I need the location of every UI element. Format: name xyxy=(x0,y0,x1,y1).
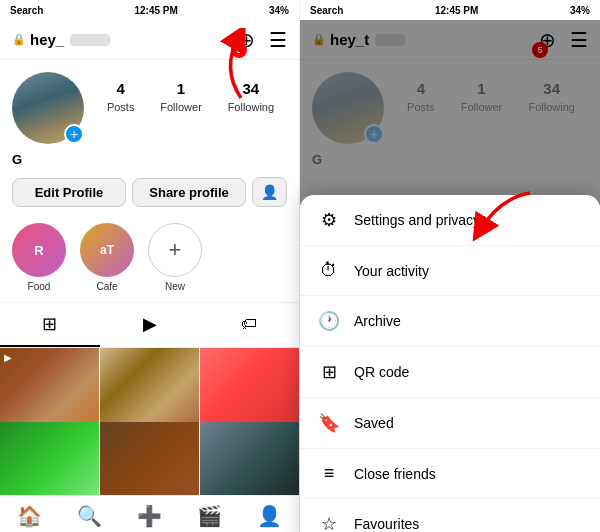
photo-cell-4[interactable] xyxy=(0,422,99,495)
status-battery-right: 34% xyxy=(570,5,590,16)
menu-label-closefriends: Close friends xyxy=(354,466,436,482)
home-icon: 🏠 xyxy=(17,504,42,528)
grid-icon: ⊞ xyxy=(42,313,57,335)
username-blur-left xyxy=(70,34,110,46)
stat-followers-left: 1 Follower xyxy=(160,80,202,115)
nav-profile[interactable]: 👤 xyxy=(239,504,299,528)
highlights-row-left: R Food aT Cafe + New xyxy=(0,217,299,302)
tabs-left: ⊞ ▶ 🏷 xyxy=(0,302,299,348)
lock-icon-left: 🔒 xyxy=(12,33,26,46)
username-left: 🔒 hey_ xyxy=(12,31,238,48)
closefriends-icon: ≡ xyxy=(318,463,340,484)
menu-item-favourites[interactable]: ☆ Favourites xyxy=(300,499,600,532)
share-profile-button[interactable]: Share profile xyxy=(132,178,246,207)
person-icon-button[interactable]: 👤 xyxy=(252,177,287,207)
avatar-wrapper-left: + xyxy=(12,72,84,144)
video-icon: ▶ xyxy=(143,313,157,335)
video-badge-1: ▶ xyxy=(4,352,12,363)
add-icon: ➕ xyxy=(137,504,162,528)
bottom-nav-left: 🏠 🔍 ➕ 🎬 👤 xyxy=(0,495,299,532)
nav-search[interactable]: 🔍 xyxy=(60,504,120,528)
stat-following-number-left: 34 xyxy=(228,80,274,97)
menu-item-saved[interactable]: 🔖 Saved xyxy=(300,398,600,449)
favourites-icon: ☆ xyxy=(318,513,340,532)
highlight-circle-new: + xyxy=(148,223,202,277)
right-profile-wrapper: 🔒 hey_t 5 ⊕ ☰ + 4 Posts xyxy=(300,20,600,532)
menu-item-archive[interactable]: 🕐 Archive xyxy=(300,296,600,347)
tagged-icon: 🏷 xyxy=(241,315,257,333)
menu-sheet: ⚙ Settings and privacy ⏱ Your activity 🕐… xyxy=(300,195,600,532)
tab-grid[interactable]: ⊞ xyxy=(0,303,100,347)
qr-icon: ⊞ xyxy=(318,361,340,383)
header-actions-left: 5 ⊕ ☰ xyxy=(238,28,287,52)
photo-cell-5[interactable] xyxy=(100,422,199,495)
menu-label-activity: Your activity xyxy=(354,263,429,279)
status-search-left: Search xyxy=(10,5,43,16)
nav-home[interactable]: 🏠 xyxy=(0,504,60,528)
person-icon: 👤 xyxy=(261,184,278,200)
profile-section-left: + 4 Posts 1 Follower 34 Following xyxy=(0,60,299,152)
menu-item-qr[interactable]: ⊞ QR code xyxy=(300,347,600,398)
profile-name-left: G xyxy=(0,152,299,173)
left-panel: Search 12:45 PM 34% 🔒 hey_ 5 ⊕ ☰ + 4 Pos… xyxy=(0,0,300,532)
stats-row-left: 4 Posts 1 Follower 34 Following xyxy=(94,72,287,115)
highlight-circle-cafe: aT xyxy=(80,223,134,277)
header-left: 🔒 hey_ 5 ⊕ ☰ xyxy=(0,20,299,60)
menu-item-settings[interactable]: ⚙ Settings and privacy xyxy=(300,195,600,246)
highlight-cafe[interactable]: aT Cafe xyxy=(80,223,134,292)
activity-icon: ⏱ xyxy=(318,260,340,281)
status-bar-left: Search 12:45 PM 34% xyxy=(0,0,299,20)
highlight-new[interactable]: + New xyxy=(148,223,202,292)
highlight-label-cafe: Cafe xyxy=(96,281,117,292)
menu-label-archive: Archive xyxy=(354,313,401,329)
right-panel: Search 12:45 PM 34% 🔒 hey_t 5 ⊕ ☰ + xyxy=(300,0,600,532)
tab-video[interactable]: ▶ xyxy=(100,303,200,347)
status-bar-right: Search 12:45 PM 34% xyxy=(300,0,600,20)
highlight-food[interactable]: R Food xyxy=(12,223,66,292)
reels-icon: 🎬 xyxy=(197,504,222,528)
menu-label-settings: Settings and privacy xyxy=(354,212,480,228)
stat-following-left: 34 Following xyxy=(228,80,274,115)
photo-cell-6[interactable] xyxy=(200,422,299,495)
stat-following-label-left: Following xyxy=(228,101,274,113)
stat-posts-left: 4 Posts xyxy=(107,80,135,115)
username-text-left: hey_ xyxy=(30,31,64,48)
stat-followers-label-left: Follower xyxy=(160,101,202,113)
menu-label-saved: Saved xyxy=(354,415,394,431)
status-time-left: 12:45 PM xyxy=(134,5,177,16)
search-icon: 🔍 xyxy=(77,504,102,528)
saved-icon: 🔖 xyxy=(318,412,340,434)
status-battery-left: 34% xyxy=(269,5,289,16)
settings-icon: ⚙ xyxy=(318,209,340,231)
menu-item-activity[interactable]: ⏱ Your activity xyxy=(300,246,600,296)
highlight-label-new: New xyxy=(165,281,185,292)
menu-item-closefriends[interactable]: ≡ Close friends xyxy=(300,449,600,499)
status-search-right: Search xyxy=(310,5,343,16)
nav-reels[interactable]: 🎬 xyxy=(179,504,239,528)
nav-add[interactable]: ➕ xyxy=(120,504,180,528)
stat-followers-number-left: 1 xyxy=(160,80,202,97)
menu-icon-left[interactable]: ☰ xyxy=(269,28,287,52)
profile-icon: 👤 xyxy=(257,504,282,528)
highlight-circle-food: R xyxy=(12,223,66,277)
stat-posts-label-left: Posts xyxy=(107,101,135,113)
archive-icon: 🕐 xyxy=(318,310,340,332)
edit-profile-button[interactable]: Edit Profile xyxy=(12,178,126,207)
highlight-label-food: Food xyxy=(28,281,51,292)
dim-overlay xyxy=(300,20,600,205)
menu-label-qr: QR code xyxy=(354,364,409,380)
add-avatar-btn-left[interactable]: + xyxy=(64,124,84,144)
photo-grid-left: ▶ xyxy=(0,348,299,495)
tab-tagged[interactable]: 🏷 xyxy=(199,303,299,347)
status-time-right: 12:45 PM xyxy=(435,5,478,16)
notification-badge-left: 5 xyxy=(231,42,247,58)
stat-posts-number-left: 4 xyxy=(107,80,135,97)
menu-label-favourites: Favourites xyxy=(354,516,419,532)
profile-buttons-left: Edit Profile Share profile 👤 xyxy=(0,173,299,217)
